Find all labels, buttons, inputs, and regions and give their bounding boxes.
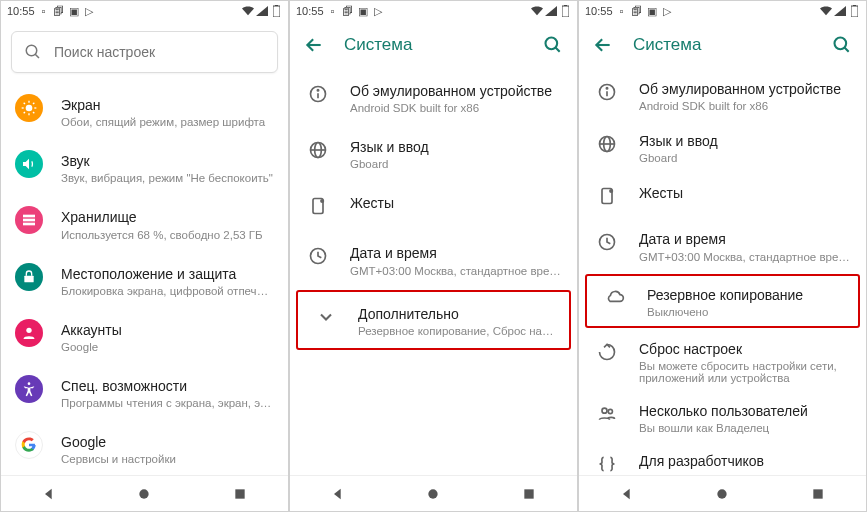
row-gestures[interactable]: Жесты (290, 181, 577, 231)
row-datetime[interactable]: Дата и времяGMT+03:00 Москва, стандартно… (579, 219, 866, 271)
google-icon (15, 431, 43, 459)
svg-point-52 (610, 190, 613, 193)
svg-line-9 (24, 103, 25, 104)
globe-icon (593, 130, 621, 158)
row-title: Жесты (639, 184, 852, 202)
search-input[interactable] (54, 44, 265, 60)
svg-point-55 (608, 409, 612, 413)
info-icon (593, 78, 621, 106)
svg-line-11 (24, 112, 25, 113)
wifi-icon (820, 5, 832, 17)
row-sub: Звук, вибрация, режим "Не беспокоить" (61, 172, 274, 184)
row-datetime[interactable]: Дата и времяGMT+03:00 Москва, стандартно… (290, 231, 577, 287)
nav-home[interactable] (134, 484, 154, 504)
row-accounts[interactable]: АккаунтыGoogle (1, 308, 288, 364)
svg-point-4 (26, 105, 33, 112)
row-language[interactable]: Язык и вводGboard (290, 125, 577, 181)
svg-rect-39 (524, 489, 533, 498)
svg-rect-59 (813, 489, 822, 498)
row-reset[interactable]: Сброс настроекВы можете сбросить настрой… (579, 330, 866, 392)
signal-icon (256, 5, 268, 17)
status-time: 10:55 (7, 5, 35, 17)
row-title: Резервное копирование (647, 286, 844, 304)
clock-icon (304, 242, 332, 270)
box-icon: ▫ (327, 5, 339, 17)
svg-rect-16 (24, 275, 33, 282)
row-title: Хранилище (61, 208, 274, 226)
row-sub: Сервисы и настройки (61, 453, 274, 465)
row-sub: Android SDK built for x86 (350, 102, 563, 114)
svg-point-17 (26, 327, 31, 332)
settings-search[interactable] (11, 31, 278, 73)
row-display[interactable]: ЭкранОбои, спящий режим, размер шрифта (1, 83, 288, 139)
file-icon: 🗐 (342, 5, 354, 17)
nav-recent[interactable] (808, 484, 828, 504)
svg-rect-1 (275, 5, 278, 6)
globe-icon (304, 136, 332, 164)
settings-list: ЭкранОбои, спящий режим, размер шрифта З… (1, 83, 288, 475)
nav-recent[interactable] (519, 484, 539, 504)
chevron-down-icon (312, 303, 340, 331)
search-button[interactable] (541, 33, 565, 57)
status-time: 10:55 (585, 5, 613, 17)
system-list: Об эмулированном устройствеAndroid SDK b… (290, 69, 577, 475)
svg-line-12 (33, 103, 34, 104)
nav-home[interactable] (712, 484, 732, 504)
nav-back[interactable] (328, 484, 348, 504)
nav-back[interactable] (617, 484, 637, 504)
row-sub: GMT+03:00 Москва, стандартное время (639, 251, 852, 263)
row-developer[interactable]: Для разработчиков (579, 442, 866, 475)
row-google[interactable]: GoogleСервисы и настройки (1, 420, 288, 475)
signal-icon (545, 5, 557, 17)
row-sound[interactable]: ЗвукЗвук, вибрация, режим "Не беспокоить… (1, 139, 288, 195)
image-icon: ▣ (357, 5, 369, 17)
search-button[interactable] (830, 33, 854, 57)
page-title: Система (633, 35, 812, 55)
row-sub: Программы чтения с экрана, экран, элемен… (61, 397, 274, 409)
play-icon: ▷ (372, 5, 384, 17)
row-sub: Выключено (647, 306, 844, 318)
row-about[interactable]: Об эмулированном устройствеAndroid SDK b… (579, 69, 866, 121)
nav-home[interactable] (423, 484, 443, 504)
nav-recent[interactable] (230, 484, 250, 504)
sound-icon (15, 150, 43, 178)
row-title: Язык и ввод (350, 138, 563, 156)
status-bar: 10:55▫🗐▣▷ (579, 1, 866, 21)
wifi-icon (531, 5, 543, 17)
page-title: Система (344, 35, 523, 55)
play-icon: ▷ (661, 5, 673, 17)
svg-rect-0 (273, 6, 280, 17)
svg-point-43 (835, 38, 847, 50)
row-accessibility[interactable]: Спец. возможностиПрограммы чтения с экра… (1, 364, 288, 420)
accessibility-icon (15, 375, 43, 403)
system-list: Об эмулированном устройствеAndroid SDK b… (579, 69, 866, 475)
row-title: Спец. возможности (61, 377, 274, 395)
svg-rect-23 (235, 489, 244, 498)
row-users[interactable]: Несколько пользователейВы вошли как Влад… (579, 392, 866, 442)
cloud-icon (601, 284, 629, 312)
row-title: Жесты (350, 194, 563, 212)
row-advanced[interactable]: ДополнительноРезервное копирование, Сбро… (296, 290, 571, 350)
row-security[interactable]: Местоположение и защитаБлокировка экрана… (1, 252, 288, 308)
nav-bar (1, 475, 288, 511)
battery-icon (559, 5, 571, 17)
developer-icon (593, 450, 621, 475)
row-gestures[interactable]: Жесты (579, 173, 866, 219)
gesture-icon (304, 192, 332, 220)
svg-rect-25 (564, 5, 567, 6)
back-button[interactable] (302, 33, 326, 57)
row-title: Сброс настроек (639, 340, 852, 358)
row-title: Дата и время (350, 244, 563, 262)
back-button[interactable] (591, 33, 615, 57)
row-backup[interactable]: Резервное копированиеВыключено (585, 274, 860, 328)
reset-icon (593, 338, 621, 366)
row-language[interactable]: Язык и вводGboard (579, 121, 866, 173)
svg-rect-13 (23, 215, 35, 218)
row-title: Об эмулированном устройстве (639, 80, 852, 98)
row-sub: Google (61, 341, 274, 353)
file-icon: 🗐 (53, 5, 65, 17)
row-about[interactable]: Об эмулированном устройствеAndroid SDK b… (290, 69, 577, 125)
row-storage[interactable]: ХранилищеИспользуется 68 %, свободно 2,5… (1, 195, 288, 251)
nav-back[interactable] (39, 484, 59, 504)
status-bar: 10:55▫🗐▣▷ (290, 1, 577, 21)
